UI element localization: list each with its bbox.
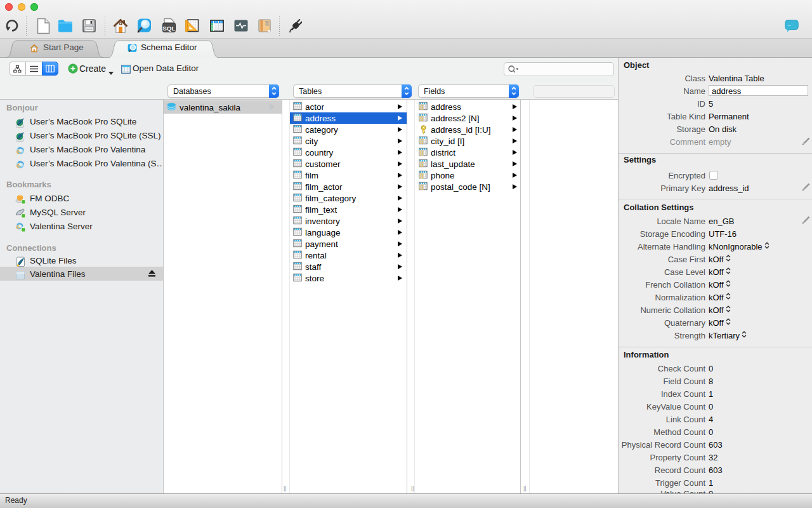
svg-text:SQL: SQL — [162, 25, 175, 32]
